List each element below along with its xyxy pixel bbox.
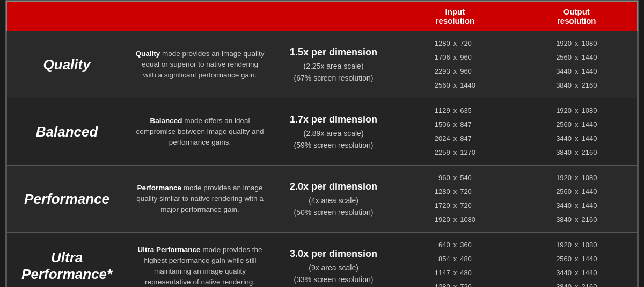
input-resolution-cell: 640x360854x4801147x4801280x720 [394, 233, 516, 288]
header-input-res: Inputresolution [394, 2, 516, 31]
scale-cell: 1.5x per dimension(2.25x area scale)(67%… [273, 31, 394, 98]
mode-cell: Quality [7, 31, 127, 98]
table-row: PerformancePerformance mode provides an … [7, 166, 638, 233]
mode-cell: Performance [7, 166, 127, 233]
description-cell: Quality mode provides an image quality e… [127, 31, 273, 98]
fsr-quality-table: Inputresolution Outputresolution Quality… [6, 1, 638, 287]
scale-cell: 2.0x per dimension(4x area scale)(50% sc… [273, 166, 394, 233]
input-resolution-cell: 1129x6351506x8472024x8472259x1270 [394, 98, 516, 166]
fsr-table-container: Inputresolution Outputresolution Quality… [5, 0, 639, 287]
header-output-res: Outputresolution [516, 2, 637, 31]
mode-cell: Balanced [7, 98, 127, 166]
header-description [127, 2, 273, 31]
scale-cell: 3.0x per dimension(9x area scale)(33% sc… [273, 233, 394, 288]
table-header-row: Inputresolution Outputresolution [7, 2, 638, 31]
header-mode [7, 2, 127, 31]
output-resolution-cell: 1920x10802560x14403440x14403840x2160 [516, 233, 637, 288]
table-row: BalancedBalanced mode offers an ideal co… [7, 98, 638, 166]
description-cell: Balanced mode offers an ideal compromise… [127, 98, 273, 166]
header-scale [273, 2, 394, 31]
mode-cell: UltraPerformance* [7, 233, 127, 288]
output-resolution-cell: 1920x10802560x14403440x14403840x2160 [516, 166, 637, 233]
description-cell: Ultra Performance mode provides the high… [127, 233, 273, 288]
input-resolution-cell: 1280x7201706x9602293x9602560x1440 [394, 31, 516, 98]
input-resolution-cell: 960x5401280x7201720x7201920x1080 [394, 166, 516, 233]
table-row: UltraPerformance*Ultra Performance mode … [7, 233, 638, 288]
scale-cell: 1.7x per dimension(2.89x area scale)(59%… [273, 98, 394, 166]
output-resolution-cell: 1920x10802560x14403440x14403840x2160 [516, 98, 637, 166]
description-cell: Performance mode provides an image quali… [127, 166, 273, 233]
table-row: QualityQuality mode provides an image qu… [7, 31, 638, 98]
output-resolution-cell: 1920x10802560x14403440x14403840x2160 [516, 31, 637, 98]
